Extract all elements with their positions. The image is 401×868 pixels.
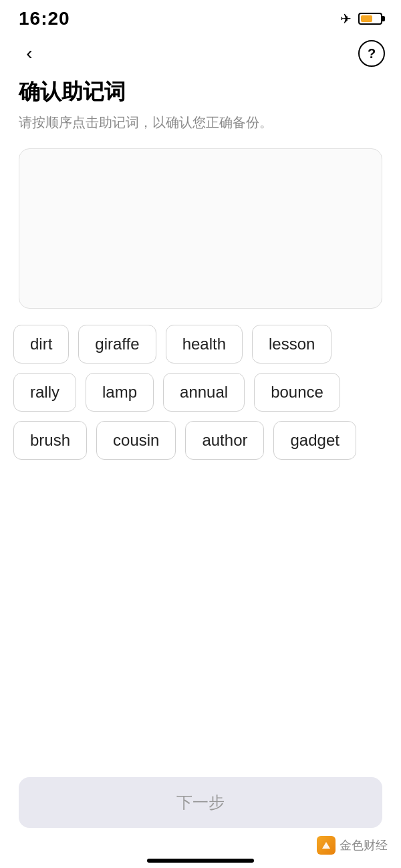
status-bar: 16:20 ✈: [0, 0, 401, 35]
back-button[interactable]: ‹: [16, 40, 43, 67]
word-chip[interactable]: bounce: [254, 373, 340, 412]
home-indicator: [147, 859, 254, 863]
word-chip[interactable]: annual: [163, 373, 245, 412]
word-chip[interactable]: brush: [13, 421, 87, 460]
page-subtitle: 请按顺序点击助记词，以确认您正确备份。: [19, 112, 382, 132]
word-chip[interactable]: rally: [13, 373, 76, 412]
word-pool: dirtgiraffehealthlessonrallylampannualbo…: [0, 325, 401, 460]
next-button-wrap: 下一步: [19, 777, 382, 828]
word-chip[interactable]: giraffe: [78, 325, 156, 364]
word-chip[interactable]: lesson: [252, 325, 331, 364]
watermark-logo: [317, 836, 336, 855]
status-icons: ✈: [340, 11, 382, 27]
watermark: 金色财经: [317, 836, 388, 855]
watermark-text: 金色财经: [340, 837, 388, 853]
word-chip[interactable]: dirt: [13, 325, 69, 364]
word-chip[interactable]: lamp: [86, 373, 154, 412]
page-header: 确认助记词 请按顺序点击助记词，以确认您正确备份。: [0, 72, 401, 143]
word-chip[interactable]: health: [166, 325, 243, 364]
next-button[interactable]: 下一步: [19, 777, 382, 828]
word-chip[interactable]: gadget: [273, 421, 356, 460]
word-chip[interactable]: author: [185, 421, 264, 460]
battery-fill: [361, 15, 372, 22]
page-title: 确认助记词: [19, 78, 382, 107]
help-button[interactable]: ?: [358, 40, 385, 67]
word-selection-box: [19, 148, 382, 309]
status-time: 16:20: [19, 8, 70, 29]
battery-icon: [358, 13, 382, 25]
airplane-icon: ✈: [340, 11, 352, 27]
nav-bar: ‹ ?: [0, 35, 401, 72]
word-chip[interactable]: cousin: [96, 421, 176, 460]
